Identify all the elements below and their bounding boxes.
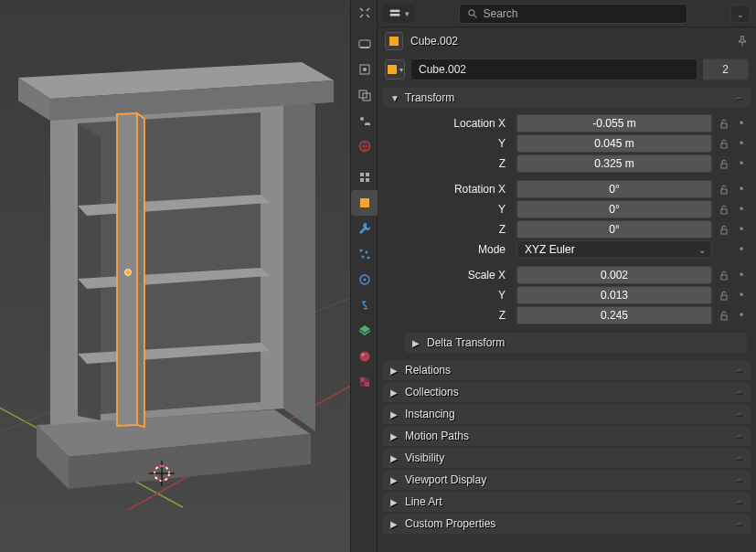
panel-menu-icon[interactable]: ┅ xyxy=(736,475,743,485)
panel-menu-icon[interactable]: ┅ xyxy=(736,409,743,419)
panel-menu-icon[interactable]: ┅ xyxy=(736,431,743,441)
svg-rect-52 xyxy=(389,37,399,46)
panel-header-custom-properties[interactable]: ▶Custom Properties┅ xyxy=(383,514,751,534)
panel-title-line-art: Line Art xyxy=(405,495,442,508)
properties-tabstrip xyxy=(350,0,378,552)
svg-rect-45 xyxy=(365,382,369,387)
tab-material[interactable] xyxy=(351,344,378,369)
tab-physics[interactable] xyxy=(351,267,378,292)
tab-world[interactable] xyxy=(351,133,378,159)
panel-title-instancing: Instancing xyxy=(405,408,455,420)
field-location-x[interactable]: -0.055 m xyxy=(516,114,712,133)
animate-dot[interactable]: • xyxy=(736,309,747,322)
svg-point-39 xyxy=(367,257,370,260)
field-location-y[interactable]: 0.045 m xyxy=(516,134,712,153)
lock-icon[interactable] xyxy=(716,201,732,218)
animate-dot[interactable]: • xyxy=(736,157,747,170)
editor-type-selector[interactable]: ▾ xyxy=(383,5,415,23)
panel-header-collections[interactable]: ▶Collections┅ xyxy=(383,382,751,402)
panel-menu-icon[interactable]: ┅ xyxy=(736,93,743,103)
panel-header-relations[interactable]: ▶Relations┅ xyxy=(383,360,751,380)
tab-constraints[interactable] xyxy=(351,292,378,318)
svg-point-36 xyxy=(360,249,363,252)
panel-header-delta-transform[interactable]: ▶ Delta Transform xyxy=(405,333,747,353)
pin-icon[interactable] xyxy=(736,35,749,48)
panel-header-instancing[interactable]: ▶Instancing┅ xyxy=(383,404,751,424)
svg-rect-57 xyxy=(721,189,727,194)
datablock-selector[interactable]: ▾ xyxy=(385,59,405,80)
svg-rect-49 xyxy=(390,14,400,16)
label-rotation-x: Rotation X xyxy=(387,183,513,196)
field-scale-z[interactable]: 0.245 xyxy=(516,306,712,324)
lock-icon[interactable] xyxy=(716,307,732,324)
breadcrumb-object-name: Cube.002 xyxy=(410,35,729,48)
panel-header-motion-paths[interactable]: ▶Motion Paths┅ xyxy=(383,426,751,446)
lock-icon[interactable] xyxy=(716,287,732,303)
panel-menu-icon[interactable]: ┅ xyxy=(736,387,743,398)
field-rotation-mode[interactable]: XYZ Euler⌄ xyxy=(516,240,712,259)
user-count[interactable]: 2 xyxy=(703,58,749,80)
svg-marker-7 xyxy=(283,87,315,431)
field-rotation-y[interactable]: 0° xyxy=(516,200,712,218)
lock-icon[interactable] xyxy=(716,181,732,197)
tab-scene[interactable] xyxy=(351,108,378,133)
svg-point-41 xyxy=(364,279,367,281)
svg-point-43 xyxy=(362,354,365,356)
tab-output[interactable] xyxy=(351,57,378,82)
tab-render[interactable] xyxy=(351,31,378,57)
options-dropdown[interactable]: ⌄ xyxy=(730,5,751,23)
animate-dot[interactable]: • xyxy=(736,289,747,302)
field-rotation-x[interactable]: 0° xyxy=(516,180,712,198)
object-icon xyxy=(385,32,403,50)
tab-texture[interactable] xyxy=(351,369,378,395)
panel-title-custom-properties: Custom Properties xyxy=(405,517,495,530)
panel-header-line-art[interactable]: ▶Line Art┅ xyxy=(383,492,751,512)
svg-point-50 xyxy=(468,9,474,15)
tab-particles[interactable] xyxy=(351,241,378,267)
tab-collection[interactable] xyxy=(351,165,378,190)
animate-dot[interactable]: • xyxy=(736,223,747,236)
tab-data[interactable] xyxy=(351,318,378,344)
svg-rect-60 xyxy=(721,275,727,280)
field-scale-x[interactable]: 0.002 xyxy=(516,266,712,284)
animate-dot[interactable]: • xyxy=(736,183,747,196)
panel-menu-icon[interactable]: ┅ xyxy=(736,497,743,507)
svg-point-29 xyxy=(360,117,364,121)
field-scale-y[interactable]: 0.013 xyxy=(516,286,712,304)
search-input[interactable]: Search xyxy=(459,4,687,24)
chevron-right-icon: ▶ xyxy=(390,366,399,376)
viewport-3d[interactable] xyxy=(0,0,350,552)
animate-dot[interactable]: • xyxy=(736,203,747,216)
lock-icon[interactable] xyxy=(716,135,732,152)
label-location-x: Location X xyxy=(387,117,513,130)
svg-point-37 xyxy=(366,251,368,254)
label-location-z: Z xyxy=(387,157,513,170)
lock-icon[interactable] xyxy=(716,115,732,132)
tab-modifiers[interactable] xyxy=(351,216,378,241)
tab-viewlayer[interactable] xyxy=(351,82,378,108)
panel-header-transform[interactable]: ▼ Transform ┅ xyxy=(383,88,751,108)
svg-rect-32 xyxy=(366,173,369,176)
animate-dot[interactable]: • xyxy=(736,137,747,150)
animate-dot[interactable]: • xyxy=(736,243,747,256)
lock-icon[interactable] xyxy=(716,155,732,172)
panel-header-visibility[interactable]: ▶Visibility┅ xyxy=(383,448,751,468)
field-location-z[interactable]: 0.325 m xyxy=(516,154,712,173)
panel-menu-icon[interactable]: ┅ xyxy=(736,453,743,463)
search-placeholder: Search xyxy=(484,7,518,20)
datablock-name-field[interactable]: Cube.002 xyxy=(410,58,697,80)
svg-line-51 xyxy=(474,15,476,17)
panel-header-viewport-display[interactable]: ▶Viewport Display┅ xyxy=(383,470,751,490)
panel-menu-icon[interactable]: ┅ xyxy=(736,519,743,529)
panel-menu-icon[interactable]: ┅ xyxy=(736,366,743,376)
lock-icon[interactable] xyxy=(716,267,732,283)
label-rotation-y: Y xyxy=(387,203,513,216)
tab-tool[interactable] xyxy=(351,0,378,26)
field-rotation-z[interactable]: 0° xyxy=(516,220,712,239)
svg-point-26 xyxy=(363,68,367,71)
tab-object[interactable] xyxy=(351,190,378,216)
animate-dot[interactable]: • xyxy=(736,269,747,281)
svg-rect-62 xyxy=(721,315,727,320)
animate-dot[interactable]: • xyxy=(736,117,747,130)
lock-icon[interactable] xyxy=(716,221,732,238)
